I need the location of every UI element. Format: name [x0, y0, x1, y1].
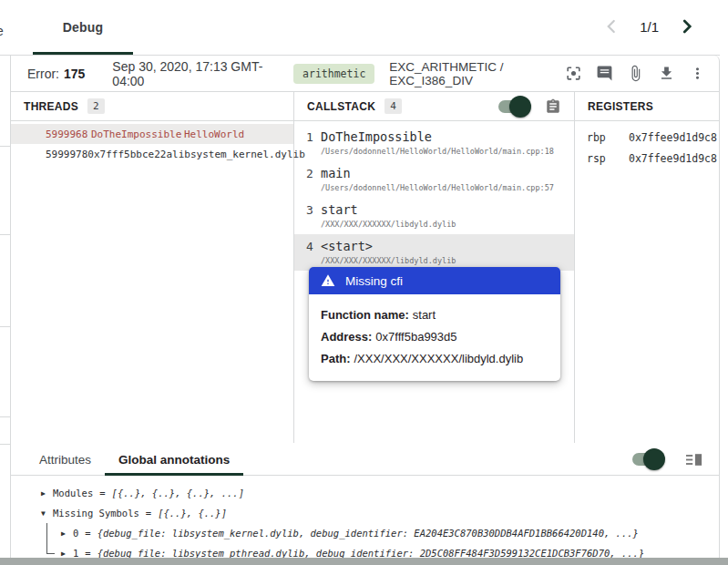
stack-frame[interactable]: 4 <start> /XXX/XXX/XXXXXX/libdyld.dylib	[294, 234, 574, 271]
annotations-panel: Attributes Global annotations ▶ Modules …	[11, 444, 720, 558]
tooltip-field: Address:0x7fff5ba993d5	[321, 326, 549, 348]
tree-value: [{..}, {..}]	[158, 508, 227, 519]
error-label: Error:	[27, 67, 59, 81]
field-value: /XXX/XXX/XXXXXX/libdyld.dylib	[354, 352, 524, 365]
registers-header: REGISTERS	[575, 92, 719, 121]
exception-codes: EXC_ARITHMETIC / EXC_I386_DIV	[389, 60, 565, 87]
stack-frame[interactable]: 3 start /XXX/XXX/XXXXXX/libdyld.dylib	[294, 198, 574, 234]
error-id: 175	[64, 67, 85, 81]
frame-path: /XXX/XXX/XXXXXX/libdyld.dylib	[321, 256, 456, 265]
threads-count-badge: 2	[87, 98, 105, 114]
tooltip-field: Path:/XXX/XXX/XXXXXX/libdyld.dylib	[321, 348, 549, 370]
frame-index: 3	[306, 202, 321, 229]
tab-debug[interactable]: Debug	[33, 0, 133, 55]
error-timestamp: Sep 30, 2020, 17:13 GMT-04:00	[112, 59, 272, 88]
equals-sign: =	[99, 488, 105, 498]
register-value: 0x7ffee9d1d9c8	[629, 131, 717, 144]
annotations-toggle[interactable]	[632, 453, 662, 466]
frame-function: DoTheImpossible	[321, 129, 554, 144]
equals-sign: =	[146, 508, 151, 519]
register-name: rsp	[587, 152, 629, 165]
expand-arrow-icon[interactable]: ▶	[41, 489, 53, 498]
threads-panel: THREADS 2 5999968 DoTheImpossible HelloW…	[11, 92, 294, 443]
frame-index: 1	[306, 129, 321, 156]
registers-title: REGISTERS	[588, 100, 653, 113]
tooltip-header: Missing cfi	[309, 267, 560, 294]
tree-value: {debug_file: libsystem_kernel.dylib, deb…	[97, 528, 639, 539]
error-header-row: Error: 175 Sep 30, 2020, 17:13 GMT-04:00…	[11, 56, 719, 92]
callstack-toggle[interactable]	[498, 100, 528, 113]
field-label: Address:	[321, 330, 372, 344]
tree-row-missing-symbols[interactable]: ▼ Missing Symbols = [{..}, {..}]	[11, 503, 719, 523]
equals-sign: =	[85, 528, 90, 539]
callstack-header: CALLSTACK 4	[294, 92, 574, 121]
missing-cfi-tooltip: Missing cfi Function name:start Address:…	[309, 267, 560, 381]
debugger-app: e Debug 1/1 Error: 175 Sep 30, 2020, 17:…	[0, 0, 728, 565]
frame-index: 4	[306, 239, 321, 265]
threads-list: 5999968 DoTheImpossible HelloWorld 59999…	[11, 124, 293, 164]
more-vertical-icon[interactable]	[689, 65, 706, 82]
frame-function: start	[321, 202, 456, 217]
tree-row-modules[interactable]: ▶ Modules = [{..}, {..}, {..}, ...]	[11, 483, 719, 503]
register-row: rsp 0x7ffee9d1d9c8	[575, 148, 719, 169]
field-label: Path:	[321, 352, 351, 365]
threads-title: THREADS	[24, 100, 78, 113]
register-value: 0x7ffee9d1d9c8	[629, 152, 717, 165]
collapse-arrow-icon[interactable]: ▼	[41, 509, 53, 518]
side-panel-icon[interactable]	[686, 452, 702, 467]
callstack-count-badge: 4	[385, 98, 402, 114]
error-detail-panel: Error: 175 Sep 30, 2020, 17:13 GMT-04:00…	[11, 56, 720, 444]
clipboard-icon[interactable]	[545, 98, 561, 115]
left-edge-strip	[0, 56, 11, 558]
registers-list: rbp 0x7ffee9d1d9c8 rsp 0x7ffee9d1d9c8	[575, 127, 719, 169]
pagination: 1/1	[601, 16, 697, 36]
bottom-tabs: Attributes Global annotations	[11, 444, 719, 476]
toggle-knob	[509, 96, 531, 118]
tooltip-field: Function name:start	[321, 304, 549, 326]
tab-global-annotations[interactable]: Global annotations	[105, 444, 243, 475]
frame-path: /XXX/XXX/XXXXXX/libdyld.dylib	[321, 220, 456, 229]
attachment-icon[interactable]	[627, 65, 644, 82]
annotations-tree: ▶ Modules = [{..}, {..}, {..}, ...] ▼ Mi…	[11, 476, 719, 563]
partial-left-tab[interactable]: e	[0, 24, 4, 38]
chevron-right-icon[interactable]	[677, 16, 697, 36]
window-bottom-edge	[0, 558, 728, 565]
tooltip-body: Function name:start Address:0x7fff5ba993…	[309, 294, 560, 381]
thread-row[interactable]: 5999968 DoTheImpossible HelloWorld	[11, 124, 293, 144]
tab-attributes[interactable]: Attributes	[26, 444, 105, 475]
center-focus-icon[interactable]	[565, 65, 582, 82]
expand-arrow-icon[interactable]: ▶	[61, 550, 73, 558]
stack-frame[interactable]: 2 main /Users/dodonnell/HelloWorld/Hello…	[294, 161, 574, 198]
thread-id: 5999978	[46, 149, 87, 160]
tree-value: [{..}, {..}, {..}, ...]	[112, 488, 244, 498]
warning-icon	[321, 273, 335, 288]
expand-arrow-icon[interactable]: ▶	[61, 529, 73, 538]
field-value: 0x7fff5ba993d5	[375, 330, 456, 344]
tree-label: 0	[73, 528, 78, 539]
threads-header: THREADS 2	[11, 92, 293, 121]
comment-icon[interactable]	[596, 65, 613, 82]
panels-row: THREADS 2 5999968 DoTheImpossible HelloW…	[11, 92, 719, 443]
callstack-panel: CALLSTACK 4 1 DoTheImpossible /Users/dod…	[294, 92, 575, 443]
tooltip-title: Missing cfi	[345, 274, 403, 288]
stack-frame[interactable]: 1 DoTheImpossible /Users/dodonnell/Hello…	[294, 125, 574, 161]
thread-row[interactable]: 5999978 0x7fff5bbce22a libsystem_kernel.…	[11, 144, 293, 164]
register-name: rbp	[587, 131, 629, 144]
field-label: Function name:	[321, 308, 409, 322]
frame-path: /Users/dodonnell/HelloWorld/HelloWorld/m…	[321, 183, 554, 192]
error-actions	[565, 65, 706, 82]
register-row: rbp 0x7ffee9d1d9c8	[575, 127, 719, 148]
chevron-left-icon[interactable]	[601, 16, 621, 36]
download-icon[interactable]	[658, 65, 675, 82]
frame-path: /Users/dodonnell/HelloWorld/HelloWorld/m…	[321, 147, 554, 156]
classifier-tag[interactable]: arithmetic	[293, 64, 374, 84]
thread-module: HelloWorld	[184, 128, 244, 140]
frame-index: 2	[306, 166, 321, 192]
tree-label: Missing Symbols	[53, 508, 139, 519]
frame-function: main	[321, 166, 554, 180]
thread-module: libsystem_kernel.dylib	[172, 149, 305, 160]
tree-label: Modules	[53, 488, 93, 498]
thread-function: 0x7fff5bbce22a	[87, 149, 172, 160]
thread-function: DoTheImpossible	[91, 128, 184, 140]
tree-row-symbol-0[interactable]: ▶ 0 = {debug_file: libsystem_kernel.dyli…	[11, 523, 719, 543]
